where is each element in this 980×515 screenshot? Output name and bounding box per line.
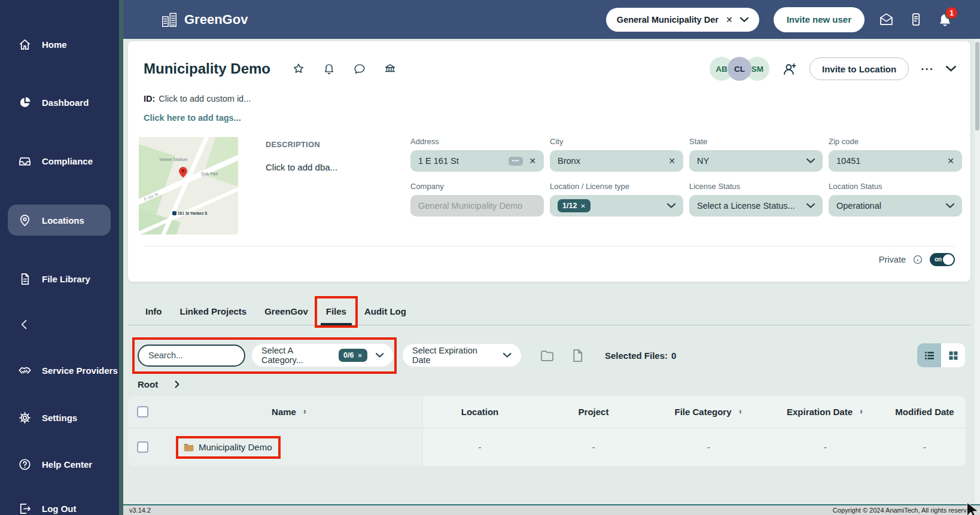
chevron-down-icon (806, 203, 815, 208)
handshake-icon (18, 364, 32, 377)
chevron-down-icon (806, 159, 815, 163)
files-table: Name Location Project File Category Expi… (128, 396, 966, 466)
sidebar-item-locations[interactable]: Locations (8, 205, 111, 236)
license-status-select[interactable]: Select a License Status... (689, 195, 823, 217)
detail-tabs: Info Linked Projects GreenGov Files Audi… (128, 298, 970, 325)
description-placeholder[interactable]: Click to add dba... (266, 162, 337, 172)
notification-badge: 1 (946, 7, 957, 19)
avatar[interactable]: CL (728, 57, 751, 81)
zip-input[interactable]: 10451 ✕ (829, 150, 962, 172)
clear-address-icon[interactable]: ✕ (523, 156, 536, 166)
add-user-icon[interactable] (781, 61, 798, 77)
mouse-cursor (966, 501, 980, 515)
field-city: City Bronx ✕ (550, 137, 683, 172)
state-select[interactable]: NY (689, 150, 823, 172)
bank-icon[interactable] (384, 62, 397, 75)
add-tags-link[interactable]: Click here to add tags... (144, 113, 241, 123)
remove-chip-icon[interactable]: ✕ (580, 203, 585, 209)
category-select[interactable]: Select A Category... 0/6 ✕ (252, 344, 393, 367)
sidebar-item-label: Locations (42, 215, 84, 225)
sidebar-item-label: File Library (42, 274, 90, 284)
clear-zip-icon[interactable]: ✕ (941, 156, 954, 166)
chat-icon[interactable] (353, 62, 366, 75)
tab-info[interactable]: Info (136, 298, 171, 325)
sidebar-item-help-center[interactable]: Help Center (0, 450, 119, 479)
sidebar-item-home[interactable]: Home (0, 30, 119, 59)
sidebar-item-settings[interactable]: Settings (0, 403, 119, 432)
notes-icon[interactable] (908, 12, 923, 27)
new-file-icon[interactable] (570, 348, 586, 364)
clear-company-icon[interactable]: ✕ (726, 15, 733, 25)
star-icon[interactable] (292, 62, 305, 75)
custom-id-row: ID:Click to add custom id... (144, 94, 251, 103)
remove-chip-icon[interactable]: ✕ (357, 352, 362, 359)
tab-audit-log[interactable]: Audit Log (355, 298, 415, 325)
row-checkbox-cell (128, 428, 157, 466)
column-header-file-category[interactable]: File Category (650, 396, 767, 428)
search-input[interactable] (138, 345, 245, 367)
tab-linked-projects[interactable]: Linked Projects (171, 298, 256, 325)
map-label-station: 161 St Yankee S (172, 211, 207, 215)
city-input[interactable]: Bronx ✕ (550, 150, 683, 172)
grid-view-button[interactable] (941, 343, 965, 367)
app-root: Home Dashboard Compliance Locations File… (0, 0, 980, 515)
list-view-button[interactable] (917, 343, 941, 367)
scrollbar-thumb[interactable] (975, 42, 979, 130)
collapse-card-chevron-icon[interactable] (946, 66, 956, 72)
sidebar-item-label: Help Center (42, 459, 92, 470)
private-toggle[interactable]: on (930, 253, 955, 266)
location-fields: Address 1 E 161 St ••• ✕ City Bronx ✕ St (410, 137, 962, 217)
row-location-cell: - (423, 428, 537, 466)
sidebar-item-service-providers[interactable]: Service Providers (0, 356, 119, 385)
question-circle-icon (18, 458, 32, 471)
column-header-expiration-date[interactable]: Expiration Date (767, 396, 884, 428)
folder-item[interactable]: Municipality Demo (183, 442, 272, 452)
company-selector[interactable]: General Municipality Der ✕ (606, 8, 759, 32)
location-status-select[interactable]: Operational (829, 195, 962, 217)
sidebar-item-file-library[interactable]: File Library (0, 264, 119, 293)
info-icon[interactable] (912, 254, 923, 265)
search-and-category-group: Select A Category... 0/6 ✕ (138, 344, 393, 367)
list-view-icon (923, 349, 936, 362)
category-count-chip: 0/6 ✕ (339, 349, 367, 362)
field-address: Address 1 E 161 St ••• ✕ (410, 137, 544, 172)
sidebar-item-compliance[interactable]: Compliance (0, 147, 119, 175)
chevron-down-icon (376, 353, 384, 358)
row-name-cell: Municipality Demo (157, 428, 423, 466)
clear-city-icon[interactable]: ✕ (662, 156, 675, 166)
license-type-select[interactable]: 1/12 ✕ (550, 195, 683, 217)
address-autocomplete-icon[interactable]: ••• (509, 157, 523, 166)
select-all-checkbox[interactable] (137, 406, 148, 418)
tab-greengov[interactable]: GreenGov (255, 298, 317, 325)
column-header-name[interactable]: Name (157, 396, 423, 428)
row-modified-date-cell: - (884, 428, 966, 466)
column-header-location: Location (423, 396, 537, 428)
breadcrumb: Root (138, 379, 180, 389)
invite-new-user-button[interactable]: Invite new user (774, 7, 865, 32)
field-license-type: Location / License type 1/12 ✕ (550, 182, 683, 217)
sidebar-divider (119, 0, 123, 515)
invite-to-location-button[interactable]: Invite to Location (809, 57, 909, 80)
location-map-thumbnail[interactable]: Yankee Stadium Quik Park E 161 St 161 St… (139, 137, 238, 234)
row-project-cell: - (537, 428, 650, 466)
expiration-date-select[interactable]: Select Expiration Date (403, 344, 521, 367)
sidebar-item-logout[interactable]: Log Out (0, 494, 119, 515)
address-input[interactable]: 1 E 161 St ••• ✕ (410, 150, 544, 172)
row-folder-name: Municipality Demo (199, 442, 272, 452)
sort-icon (302, 408, 308, 416)
sidebar-collapse-button[interactable] (0, 310, 119, 339)
breadcrumb-root[interactable]: Root (138, 379, 158, 389)
mail-icon[interactable] (879, 12, 894, 27)
more-options-icon[interactable]: ... (921, 63, 934, 74)
map-label-parking: Quik Park (201, 172, 218, 176)
notifications-bell-icon[interactable]: 1 (938, 12, 952, 27)
field-state: State NY (689, 137, 823, 172)
sidebar-item-dashboard[interactable]: Dashboard (0, 88, 119, 117)
new-folder-icon[interactable] (539, 348, 555, 364)
bell-icon[interactable] (322, 62, 336, 75)
private-label: Private (879, 255, 906, 264)
chevron-down-icon (946, 203, 954, 208)
row-checkbox[interactable] (137, 441, 148, 453)
custom-id-placeholder[interactable]: Click to add custom id... (159, 94, 251, 103)
tab-files[interactable]: Files (317, 298, 355, 325)
